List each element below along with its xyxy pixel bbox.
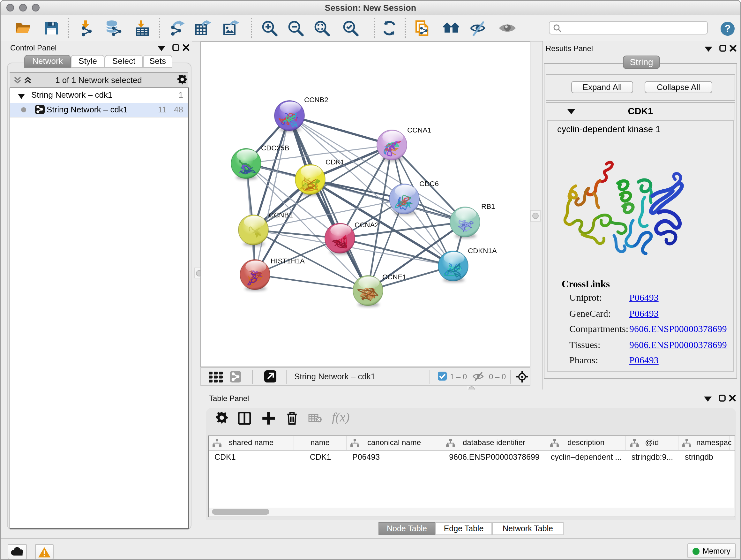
svg-text:CDC6: CDC6 bbox=[419, 179, 439, 187]
svg-text:CDC25B: CDC25B bbox=[261, 144, 289, 152]
svg-text:CCNA2: CCNA2 bbox=[354, 221, 379, 229]
svg-text:CCNE1: CCNE1 bbox=[382, 273, 407, 281]
svg-text:HIST1H1A: HIST1H1A bbox=[271, 257, 305, 265]
svg-text:CCNB2: CCNB2 bbox=[304, 96, 328, 104]
svg-text:CCNA1: CCNA1 bbox=[407, 126, 431, 134]
svg-text:CDKN1A: CDKN1A bbox=[468, 246, 497, 254]
svg-text:CCNB1: CCNB1 bbox=[269, 211, 293, 219]
svg-text:RB1: RB1 bbox=[481, 202, 495, 210]
svg-text:CDK1: CDK1 bbox=[326, 158, 345, 166]
